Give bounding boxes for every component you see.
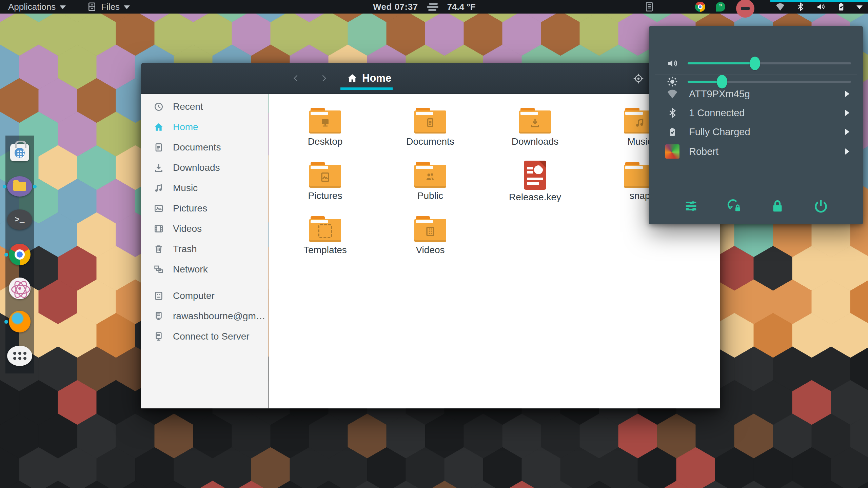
file-documents[interactable]: Documents (379, 108, 481, 159)
sidebar-item-videos[interactable]: Videos (141, 219, 268, 239)
power-icon[interactable] (812, 197, 830, 215)
wifi-icon[interactable] (775, 2, 785, 12)
trash-icon (153, 244, 164, 255)
forward-icon[interactable] (316, 71, 331, 86)
submenu-arrow-icon (844, 128, 851, 136)
picture-icon (153, 203, 164, 214)
wifi-menu-item[interactable]: ATT9PXm45g (649, 84, 863, 103)
brightness-slider[interactable] (688, 81, 851, 83)
template-emblem-icon (309, 221, 341, 241)
download-emblem-icon (519, 113, 551, 133)
sidebar-item-gdrive-account[interactable]: rawashbourne@gm… (141, 306, 268, 326)
bluetooth-icon (665, 105, 680, 121)
back-icon[interactable] (289, 71, 304, 86)
location-icon[interactable] (630, 70, 647, 87)
dock-firefox-icon[interactable] (9, 311, 31, 332)
clock[interactable]: Wed 07:37 (373, 2, 418, 12)
chevron-down-icon (124, 5, 130, 9)
breadcrumb-active-underline (340, 87, 393, 90)
sidebar-item-recent[interactable]: Recent (141, 97, 268, 117)
breadcrumb-label: Home (362, 72, 391, 84)
dock-files-icon[interactable] (7, 176, 32, 197)
system-menu-active-strip (770, 0, 868, 2)
document-icon (153, 142, 164, 153)
dock: >_ (5, 136, 34, 373)
sidebar-item-documents[interactable]: Documents (141, 138, 268, 157)
chrome-tray-icon[interactable] (695, 2, 705, 12)
file-desktop[interactable]: Desktop (274, 108, 376, 159)
running-indicator (4, 320, 8, 324)
dock-terminal-icon[interactable]: >_ (7, 209, 32, 230)
sidebar-item-trash[interactable]: Trash (141, 239, 268, 259)
temperature[interactable]: 74.4 °F (447, 2, 476, 12)
document-emblem-icon (414, 113, 446, 133)
wifi-icon (665, 86, 680, 102)
sidebar-item-downloads[interactable]: Downloads (141, 158, 268, 178)
battery-menu-item[interactable]: Fully Charged (649, 122, 863, 141)
sidebar: Recent Home Documents Downloads Music Pi… (141, 94, 269, 408)
sidebar-item-pictures[interactable]: Pictures (141, 199, 268, 218)
files-appmenu-label: Files (101, 2, 120, 12)
sidebar-item-computer[interactable]: Computer (141, 286, 268, 306)
server-icon (153, 311, 164, 322)
weather-fog-icon (427, 3, 438, 11)
file-release-key[interactable]: Release.key (484, 161, 586, 211)
server-icon (153, 331, 164, 342)
network-icon (153, 264, 164, 275)
dock-software-icon[interactable] (10, 144, 29, 161)
user-menu-item[interactable]: Robert (649, 142, 863, 161)
file-videos[interactable]: Videos (379, 216, 481, 267)
system-menu-chevron[interactable] (856, 4, 863, 9)
submenu-arrow-icon (844, 109, 851, 117)
do-not-disturb-icon[interactable] (736, 2, 755, 12)
battery-icon (665, 124, 680, 140)
desktop: { "top_bar": { "applications_label": "Ap… (0, 0, 868, 488)
sidebar-item-home[interactable]: Home (141, 117, 268, 137)
volume-slider[interactable] (688, 62, 851, 64)
video-icon (153, 223, 164, 234)
file-downloads[interactable]: Downloads (484, 108, 586, 159)
dock-chrome-icon[interactable] (9, 244, 31, 265)
avatar (665, 144, 679, 159)
sidebar-item-music[interactable]: Music (141, 178, 268, 198)
hangouts-tray-icon[interactable]: ” (715, 2, 726, 12)
people-emblem-icon (414, 167, 446, 187)
headerbar: Home (141, 63, 720, 94)
picture-emblem-icon (309, 167, 341, 187)
files-window: Home (141, 63, 720, 409)
applications-menu[interactable]: Applications (8, 2, 66, 12)
computer-icon (153, 290, 164, 301)
settings-sliders-icon[interactable] (682, 197, 700, 215)
files-appmenu[interactable]: Files (87, 2, 130, 12)
running-indicator (3, 185, 6, 188)
submenu-arrow-icon (844, 147, 851, 156)
submenu-arrow-icon (844, 90, 851, 98)
chevron-down-icon (60, 5, 66, 9)
lock-icon[interactable] (769, 197, 786, 215)
volume-icon (665, 56, 680, 71)
volume-icon[interactable] (816, 2, 826, 12)
dock-atom-icon[interactable] (9, 278, 31, 299)
dock-show-apps-icon[interactable] (7, 346, 32, 366)
rotation-lock-icon[interactable] (726, 197, 743, 215)
system-status-menu: ATT9PXm45g 1 Connected Fully Charged Rob… (649, 26, 863, 224)
clipboard-icon[interactable] (644, 2, 654, 12)
file-pictures[interactable]: Pictures (274, 162, 376, 213)
file-public[interactable]: Public (379, 162, 481, 213)
running-indicator (4, 253, 8, 257)
video-emblem-icon (414, 221, 446, 241)
sidebar-item-connect-to-server[interactable]: Connect to Server (141, 327, 268, 346)
home-icon (153, 122, 164, 133)
file-cabinet-icon (87, 2, 97, 12)
home-icon (347, 73, 358, 84)
bluetooth-icon[interactable] (795, 2, 806, 12)
music-icon (153, 183, 164, 194)
bluetooth-menu-item[interactable]: 1 Connected (649, 103, 863, 122)
sidebar-item-network[interactable]: Network (141, 260, 268, 279)
download-icon (153, 162, 164, 173)
recent-icon (153, 101, 164, 112)
key-document-icon (524, 161, 546, 190)
file-templates[interactable]: Templates (274, 216, 376, 267)
battery-charged-icon[interactable] (836, 2, 846, 12)
popup-separator (655, 75, 857, 75)
